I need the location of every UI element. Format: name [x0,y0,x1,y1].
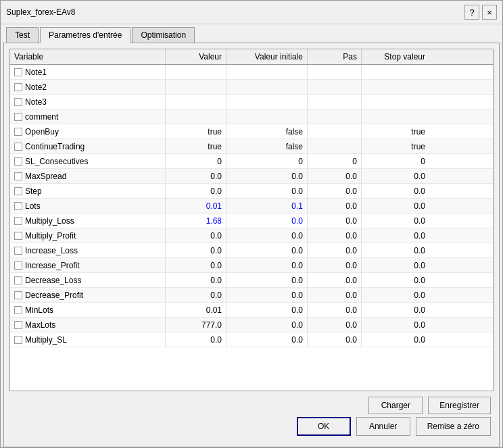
stop-cell [362,65,429,79]
initial-cell: 0.0 [226,214,308,228]
row-checkbox[interactable] [14,157,22,166]
col-valeur: Valeur [166,49,226,64]
window-title: Suplex_forex-EAv8 [6,7,76,17]
stop-cell: 0.0 [362,243,429,257]
step-cell: 0.0 [308,288,362,302]
variable-name: Multiply_Loss [25,216,74,226]
table-row: ContinueTradingtruefalsetrue [10,139,493,154]
table-row: MinLots0.010.00.00.0 [10,303,493,318]
variable-cell: Multiply_Profit [10,228,166,243]
tab-optim[interactable]: Optimisation [132,27,195,43]
value-cell: 0.01 [166,303,226,317]
action-buttons-row1: Charger Enregistrer [9,391,494,417]
table-row: Note1 [10,65,493,80]
stop-cell: 0 [362,154,429,168]
ok-button[interactable]: OK [297,417,351,436]
tab-test[interactable]: Test [6,27,39,43]
variable-cell: comment [10,109,166,124]
value-cell: 0 [166,154,226,168]
table-row: Decrease_Profit0.00.00.00.0 [10,288,493,303]
table-row: Lots0.010.10.00.0 [10,199,493,214]
variable-name: Step [25,186,42,196]
main-content: Variable Valeur Valeur initiale Pas Stop… [3,43,500,447]
tab-params[interactable]: Parametres d'entrée [40,27,130,43]
initial-cell: 0.0 [226,169,308,183]
row-checkbox[interactable] [14,291,22,299]
step-cell: 0.0 [308,273,362,287]
variable-name: Decrease_Profit [25,291,83,300]
variable-name: Increase_Profit [25,261,80,270]
step-cell [308,80,362,94]
row-checkbox[interactable] [14,98,22,106]
table-row: OpenBuytruefalsetrue [10,124,493,139]
value-cell: 0.0 [166,184,226,198]
table-row: Note3 [10,95,493,109]
variable-cell: Note3 [10,95,166,109]
variable-cell: MaxSpread [10,169,166,183]
row-checkbox[interactable] [14,113,22,121]
value-cell: 0.0 [166,288,226,302]
step-cell: 0.0 [308,228,362,243]
variable-name: MaxSpread [25,172,66,181]
table-row: SL_Consecutives0000 [10,154,493,169]
row-checkbox[interactable] [14,143,22,151]
step-cell: 0.0 [308,332,362,347]
enregistrer-button[interactable]: Enregistrer [428,397,491,414]
value-cell: 0.01 [166,199,226,213]
table-row: Increase_Loss0.00.00.00.0 [10,243,493,258]
row-checkbox[interactable] [14,276,22,284]
row-checkbox[interactable] [14,217,22,225]
row-checkbox[interactable] [14,232,22,240]
row-checkbox[interactable] [14,247,22,255]
main-window: Suplex_forex-EAv8 ? × Test Parametres d'… [0,0,503,448]
table-row: MaxSpread0.00.00.00.0 [10,169,493,184]
stop-cell: 0.0 [362,303,429,317]
stop-cell: 0.0 [362,199,429,213]
help-button[interactable]: ? [464,5,479,20]
value-cell [166,80,226,94]
initial-cell: 0 [226,154,308,168]
row-checkbox[interactable] [14,262,22,270]
value-cell: 0.0 [166,228,226,243]
initial-cell [226,65,308,79]
row-checkbox[interactable] [14,202,22,210]
row-checkbox[interactable] [14,68,22,76]
value-cell: 1.68 [166,214,226,228]
step-cell: 0.0 [308,243,362,257]
variable-cell: Multiply_SL [10,332,166,347]
charger-button[interactable]: Charger [368,397,423,414]
variable-name: SL_Consecutives [25,157,88,166]
value-cell: 0.0 [166,332,226,347]
row-checkbox[interactable] [14,172,22,180]
value-cell: true [166,124,226,139]
close-button[interactable]: × [482,5,497,20]
row-checkbox[interactable] [14,336,22,344]
row-checkbox[interactable] [14,306,22,314]
variable-cell: Lots [10,199,166,213]
initial-cell: 0.0 [226,332,308,347]
initial-cell: 0.0 [226,273,308,287]
step-cell: 0 [308,154,362,168]
col-valeur-initiale: Valeur initiale [226,49,308,64]
variable-name: Increase_Loss [25,246,78,255]
row-checkbox[interactable] [14,187,22,195]
variable-cell: Decrease_Profit [10,288,166,302]
step-cell: 0.0 [308,184,362,198]
value-cell: 0.0 [166,169,226,183]
row-checkbox[interactable] [14,83,22,91]
stop-cell: 0.0 [362,332,429,347]
table-row: Multiply_Profit0.00.00.00.0 [10,228,493,243]
stop-cell: 0.0 [362,169,429,183]
annuler-button[interactable]: Annuler [356,417,410,436]
row-checkbox[interactable] [14,128,22,136]
row-checkbox[interactable] [14,321,22,329]
initial-cell: 0.0 [226,184,308,198]
stop-cell: 0.0 [362,214,429,228]
initial-cell: 0.0 [226,288,308,302]
initial-cell [226,109,308,124]
tab-bar: Test Parametres d'entrée Optimisation [1,24,502,43]
variable-name: OpenBuy [25,127,59,136]
variable-name: comment [25,112,58,122]
remise-button[interactable]: Remise a zéro [416,417,491,436]
stop-cell [362,95,429,109]
